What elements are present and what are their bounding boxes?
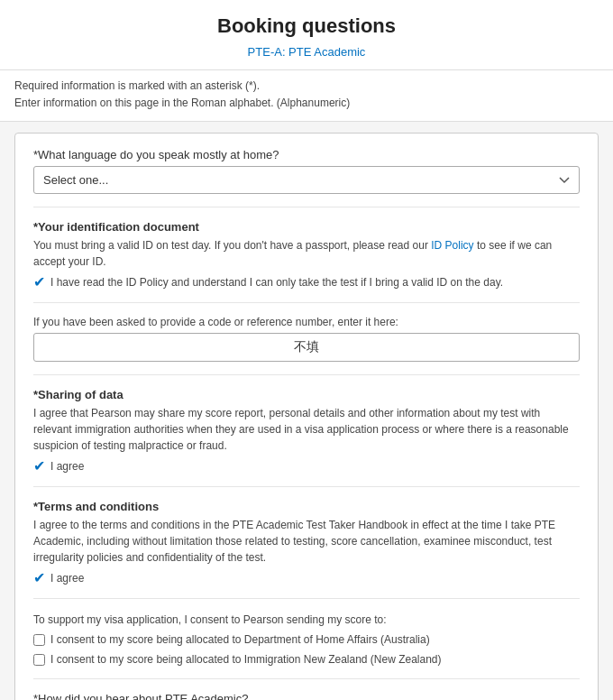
id-policy-before: You must bring a valid ID on test day. I… (33, 239, 431, 252)
divider2 (33, 302, 580, 303)
reference-input[interactable] (33, 333, 580, 362)
subtitle: PTE-A: PTE Academic (0, 38, 613, 62)
reference-field-group: If you have been asked to provide a code… (33, 316, 580, 362)
id-agree-text: I have read the ID Policy and understand… (50, 276, 503, 289)
terms-section: *Terms and conditions I agree to the ter… (33, 500, 580, 585)
visa-checkbox-australia[interactable]: I consent to my score being allocated to… (33, 633, 580, 646)
terms-agree-text: I agree (50, 572, 84, 585)
divider6 (33, 678, 580, 679)
divider4 (33, 486, 580, 487)
id-agree-row: ✔ I have read the ID Policy and understa… (33, 275, 580, 290)
visa-checkbox-nz[interactable]: I consent to my score being allocated to… (33, 653, 580, 666)
id-policy-link[interactable]: ID Policy (431, 239, 473, 252)
info-line1: Required information is marked with an a… (14, 78, 599, 95)
how-heard-label: *How did you hear about PTE Academic? (33, 692, 580, 700)
terms-text: I agree to the terms and conditions in t… (33, 517, 580, 566)
visa-section: To support my visa application, I consen… (33, 612, 580, 666)
info-bar: Required information is marked with an a… (0, 70, 613, 122)
info-line2: Enter information on this page in the Ro… (14, 95, 599, 112)
sharing-section: *Sharing of data I agree that Pearson ma… (33, 388, 580, 474)
sharing-agree-row: ✔ I agree (33, 459, 580, 474)
reference-label: If you have been asked to provide a code… (33, 316, 580, 328)
id-section: *Your identification document You must b… (33, 220, 580, 290)
id-checkmark-icon: ✔ (33, 275, 45, 290)
page-title: Booking questions (0, 14, 613, 38)
page-header: Booking questions PTE-A: PTE Academic (0, 0, 613, 70)
divider5 (33, 598, 580, 599)
sharing-checkmark-icon: ✔ (33, 459, 45, 474)
terms-agree-row: ✔ I agree (33, 571, 580, 585)
main-content: *What language do you speak mostly at ho… (0, 122, 613, 700)
divider1 (33, 207, 580, 207)
visa-checkbox-nz-label: I consent to my score being allocated to… (50, 653, 442, 666)
visa-checkbox-australia-label: I consent to my score being allocated to… (50, 633, 430, 646)
language-dropdown[interactable]: Select one... (33, 166, 580, 194)
sharing-text: I agree that Pearson may share my score … (33, 405, 580, 454)
visa-intro: To support my visa application, I consen… (33, 612, 580, 628)
sharing-heading: *Sharing of data (33, 388, 580, 401)
id-heading: *Your identification document (33, 220, 580, 234)
terms-heading: *Terms and conditions (33, 500, 580, 513)
language-field-group: *What language do you speak mostly at ho… (33, 148, 580, 194)
form-card: *What language do you speak mostly at ho… (14, 133, 599, 700)
divider3 (33, 374, 580, 375)
visa-checkbox-nz-input[interactable] (33, 654, 45, 666)
sharing-agree-text: I agree (50, 460, 84, 473)
how-heard-field-group: *How did you hear about PTE Academic? Se… (33, 692, 580, 700)
terms-checkmark-icon: ✔ (33, 571, 45, 585)
visa-checkbox-australia-input[interactable] (33, 634, 45, 646)
id-policy-text: You must bring a valid ID on test day. I… (33, 237, 580, 270)
language-label: *What language do you speak mostly at ho… (33, 148, 580, 161)
